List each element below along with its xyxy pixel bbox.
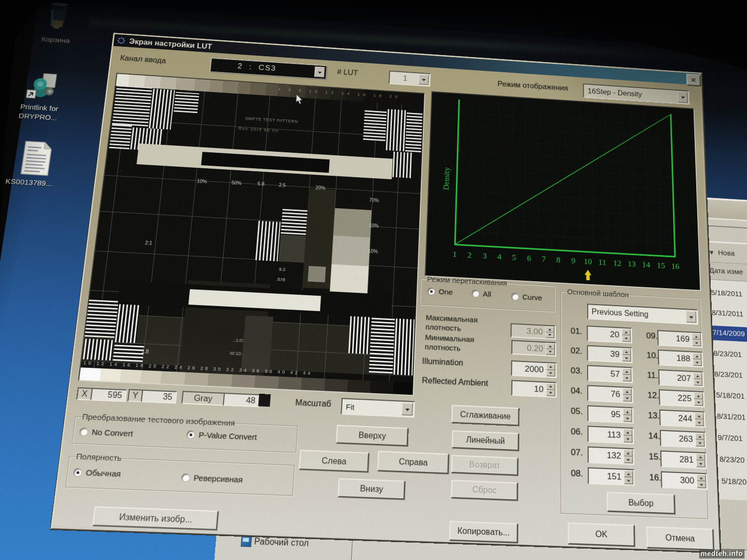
svg-text:13: 13 xyxy=(627,259,636,268)
svg-text:1: 1 xyxy=(453,250,457,259)
svg-text:15: 15 xyxy=(657,261,665,270)
svg-text:10: 10 xyxy=(584,257,592,266)
svg-text:16: 16 xyxy=(671,262,680,271)
svg-text:8: 8 xyxy=(556,255,560,264)
svg-text:5: 5 xyxy=(512,253,516,262)
svg-text:12: 12 xyxy=(613,258,622,267)
svg-text:14: 14 xyxy=(642,260,650,269)
svg-text:Density: Density xyxy=(442,167,451,190)
svg-text:4: 4 xyxy=(497,252,501,261)
svg-text:3: 3 xyxy=(483,251,487,260)
svg-text:6: 6 xyxy=(527,254,531,263)
svg-text:7: 7 xyxy=(542,254,546,263)
svg-text:9: 9 xyxy=(571,256,575,265)
svg-text:2: 2 xyxy=(467,250,472,259)
svg-text:11: 11 xyxy=(599,258,607,267)
